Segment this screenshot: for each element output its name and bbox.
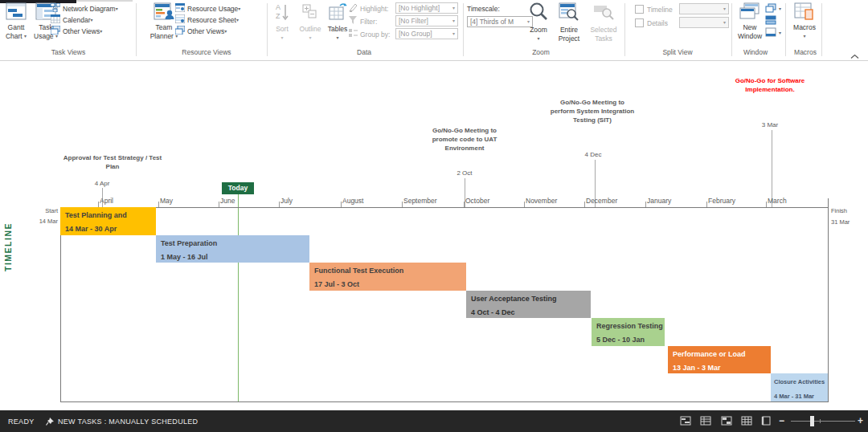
gantt-chart-button[interactable]: Gantt Chart ▾ — [2, 2, 31, 41]
tables-icon — [325, 2, 350, 24]
other-views-button[interactable]: Other Views▾ — [51, 26, 102, 36]
milestone-label[interactable]: Go/No-Go for Software Implementation. — [730, 76, 810, 94]
timeline-bar-test-preparation[interactable]: Test Preparation 1 May - 16 Jul — [156, 235, 309, 263]
calendar-icon — [51, 14, 60, 25]
switch-windows-button[interactable]: ▾ — [765, 3, 781, 14]
bar-title: Test Planning and — [65, 211, 154, 219]
chevron-down-icon: ▾ — [452, 3, 455, 13]
sort-icon: AZ — [270, 2, 294, 24]
resource-usage-label: Resource Usage — [187, 5, 238, 13]
bar-dates: 4 Oct - 4 Dec — [471, 308, 589, 316]
timeline-checkbox[interactable] — [635, 5, 644, 14]
split-details-row: Details — [647, 18, 668, 28]
month-label: February — [708, 197, 735, 205]
svg-text:A: A — [276, 3, 280, 11]
timeline-axis — [60, 207, 829, 208]
filter-value: [No Filter] — [399, 16, 428, 26]
milestone-line — [772, 130, 772, 207]
milestone-label[interactable]: Approval for Test Strategy / Test Plan — [60, 153, 165, 171]
team-planner-label2: Planner — [150, 32, 174, 40]
group-separator — [624, 3, 625, 56]
timeline-view-dropdown[interactable]: ▾ — [679, 3, 729, 14]
resource-other-views-button[interactable]: Other Views▾ — [175, 26, 227, 36]
hide-window-button[interactable]: ▾ — [765, 27, 781, 38]
finish-label: Finish — [831, 207, 847, 214]
status-new-tasks[interactable]: NEW TASKS : MANUALLY SCHEDULED — [58, 418, 198, 426]
team-planner-view-shortcut-icon[interactable] — [721, 416, 732, 427]
pushpin-icon — [46, 417, 55, 427]
highlight-dropdown[interactable]: [No Highlight]▾ — [395, 2, 458, 14]
status-bar: READY NEW TASKS : MANUALLY SCHEDULED − + — [0, 410, 868, 432]
timeline-bar-test-planning[interactable]: Test Planning and 14 Mar - 30 Apr — [60, 207, 156, 235]
new-window-label2: Window — [738, 32, 762, 40]
resource-usage-icon — [175, 3, 185, 14]
gantt-view-shortcut-icon[interactable] — [680, 416, 691, 427]
zoom-button[interactable]: Zoom▾ — [524, 2, 553, 43]
group-label-zoom: Zoom — [513, 48, 569, 56]
group-by-dropdown[interactable]: [No Group]▾ — [395, 28, 458, 39]
arrange-all-button[interactable] — [765, 15, 779, 26]
month-tick — [158, 202, 159, 207]
cascade-windows-icon — [765, 3, 776, 14]
zoom-icon — [524, 2, 553, 25]
month-tick — [524, 202, 525, 207]
bar-title: Regression Testing — [596, 322, 663, 330]
zoom-slider-track[interactable] — [791, 421, 855, 422]
team-planner-label: Team — [156, 23, 173, 31]
timeline-bar-uat[interactable]: User Acceptance Testing 4 Oct - 4 Dec — [466, 291, 591, 318]
collapse-ribbon-button[interactable] — [850, 48, 859, 63]
month-label: November — [526, 197, 557, 205]
milestone-date: 4 Dec — [577, 151, 609, 158]
gantt-chart-icon — [2, 2, 31, 22]
calendar-label: Calendar — [63, 16, 91, 24]
timescale-dropdown[interactable]: [4] Thirds of M▾ — [467, 16, 533, 27]
new-window-button[interactable]: New Window — [735, 2, 765, 41]
timeline-bar-performance[interactable]: Performance or Load 13 Jan - 3 Mar — [668, 346, 771, 373]
start-label: Start — [31, 207, 58, 214]
filter-dropdown[interactable]: [No Filter]▾ — [395, 15, 458, 26]
resource-usage-button[interactable]: Resource Usage▾ — [175, 3, 240, 14]
details-view-dropdown[interactable]: ▾ — [679, 17, 729, 28]
milestone-label[interactable]: Go/No-Go Meeting to promote code to UAT … — [420, 126, 509, 153]
calendar-button[interactable]: Calendar▾ — [51, 14, 93, 25]
group-label-resource-views: Resource Views — [154, 48, 259, 56]
milestone-date: 3 Mar — [754, 121, 786, 128]
zoom-slider-handle[interactable] — [810, 416, 814, 426]
today-line — [238, 194, 239, 401]
month-label: August — [342, 197, 363, 205]
sort-button[interactable]: AZ Sort▾ — [270, 2, 294, 43]
group-separator — [821, 3, 822, 56]
timeline-bar-functional-test[interactable]: Functional Test Execution 17 Jul - 3 Oct — [309, 263, 466, 291]
zoom-slider-midtick — [820, 419, 821, 423]
network-diagram-button[interactable]: Network Diagram▾ — [51, 3, 118, 14]
svg-text:Z: Z — [276, 12, 280, 20]
selected-tasks-button[interactable]: Selected Tasks — [587, 2, 620, 43]
collapse-ribbon-icon — [850, 54, 859, 59]
month-tick — [464, 202, 465, 207]
tables-button[interactable]: Tables▾ — [325, 2, 350, 43]
details-checkbox[interactable] — [635, 18, 644, 27]
zoom-out-button[interactable]: − — [779, 415, 784, 426]
bar-title: Closure Activities — [774, 378, 827, 386]
sheet-view-shortcut-icon[interactable] — [741, 416, 752, 427]
month-label: March — [768, 197, 787, 205]
bar-dates: 1 May - 16 Jul — [161, 253, 308, 261]
timeline-bar-regression[interactable]: Regression Testing 5 Dec - 10 Jan — [592, 318, 665, 346]
entire-project-button[interactable]: Entire Project — [553, 2, 585, 43]
outline-button[interactable]: Outline▾ — [296, 2, 325, 43]
timeline-bar-closure[interactable]: Closure Activities 4 Mar - 31 Mar — [771, 373, 828, 401]
resource-sheet-button[interactable]: Resource Sheet▾ — [175, 14, 239, 25]
highlight-icon — [349, 3, 358, 14]
zoom-label: Zoom — [530, 26, 547, 34]
resource-sheet-label: Resource Sheet — [187, 16, 236, 24]
status-ready: READY — [8, 418, 35, 426]
network-diagram-icon — [51, 3, 60, 14]
macros-button[interactable]: Macros▾ — [789, 2, 820, 41]
milestone-label[interactable]: Go/No-Go Meeting to perform System Integ… — [548, 98, 637, 124]
report-view-shortcut-icon[interactable] — [761, 416, 771, 427]
task-usage-view-shortcut-icon[interactable] — [700, 416, 711, 427]
zoom-in-button[interactable]: + — [858, 415, 863, 426]
split-details-label: Details — [647, 19, 668, 27]
group-label-window: Window — [727, 48, 784, 56]
chevron-down-icon: ▾ — [224, 28, 227, 34]
